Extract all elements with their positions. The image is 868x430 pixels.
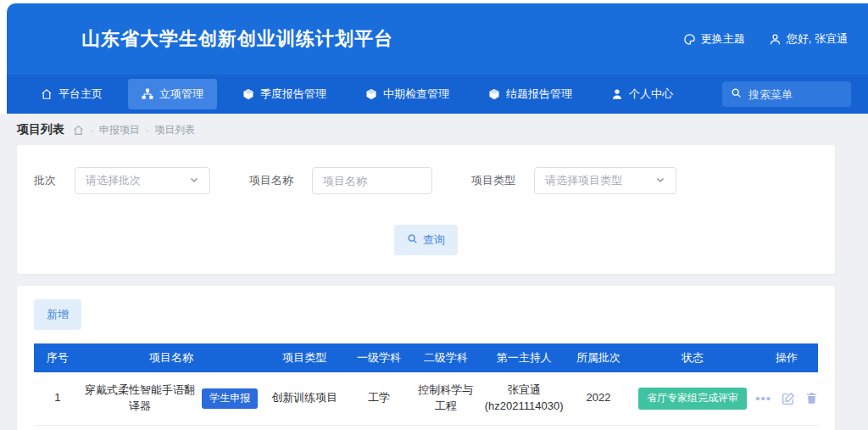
top-chrome: 山东省大学生创新创业训练计划平台 更换主题 您好, 张宜通 bbox=[0, 0, 868, 114]
search-icon bbox=[731, 87, 742, 101]
main-nav: 平台主页 立项管理 季度报告管理 bbox=[7, 75, 868, 114]
batch: 2022 bbox=[567, 372, 630, 425]
table-row: 1 穿戴式柔性智能手语翻译器 学生申报 创新训练项目 工学 控制科学与工程 张宜… bbox=[34, 372, 818, 425]
row-index: 2 bbox=[34, 425, 81, 430]
nav-item-final-report[interactable]: 结题报告管理 bbox=[475, 79, 586, 109]
batch-select[interactable]: 请选择批次 bbox=[75, 167, 210, 194]
menu-search-input[interactable] bbox=[748, 88, 833, 101]
discipline-level2: 控制科学与工程 bbox=[410, 425, 481, 430]
row-index: 1 bbox=[34, 372, 81, 425]
page-title: 项目列表 bbox=[17, 122, 64, 137]
status-badge: 省厅专家组完成评审 bbox=[638, 388, 747, 409]
filter-panel: 批次 请选择批次 项目名称 项目类型 请选择项目类型 bbox=[17, 145, 835, 274]
nav-item-quarterly-report[interactable]: 季度报告管理 bbox=[229, 79, 340, 109]
query-button[interactable]: 查询 bbox=[394, 225, 458, 255]
chevron-down-icon bbox=[655, 175, 665, 187]
table-row: 2 基于灵动MMF5270的穿戴式柔性智能手语翻译器 学生申报 创新训练项目 工… bbox=[34, 425, 818, 430]
home-icon bbox=[41, 88, 53, 100]
project-table: 序号 项目名称 项目类型 一级学科 二级学科 第一主持人 所属批次 状态 操作 … bbox=[34, 343, 818, 430]
nav-item-midterm-check[interactable]: 中期检查管理 bbox=[352, 79, 463, 109]
more-actions-icon[interactable]: ••• bbox=[755, 394, 771, 403]
user-greeting[interactable]: 您好, 张宜通 bbox=[769, 31, 848, 47]
project-type-select[interactable]: 请选择项目类型 bbox=[534, 167, 676, 194]
table-header-row: 序号 项目名称 项目类型 一级学科 二级学科 第一主持人 所属批次 状态 操作 bbox=[34, 343, 818, 372]
discipline-level1: 工学 bbox=[348, 425, 410, 430]
app-header: 山东省大学生创新创业训练计划平台 更换主题 您好, 张宜通 bbox=[7, 3, 868, 75]
chevron-down-icon bbox=[189, 175, 199, 187]
user-icon bbox=[611, 88, 623, 100]
theme-palette-icon bbox=[683, 33, 696, 46]
nav-item-platform-home[interactable]: 平台主页 bbox=[27, 79, 116, 109]
project-name: 穿戴式柔性智能手语翻译器 bbox=[85, 383, 196, 415]
batch: 2023 bbox=[567, 425, 630, 430]
search-icon bbox=[407, 233, 418, 247]
declare-type-badge: 学生申报 bbox=[202, 388, 258, 408]
project-name-input[interactable] bbox=[312, 167, 432, 194]
project-type: 创新训练项目 bbox=[261, 425, 348, 430]
breadcrumb: 项目列表 - 申报项目 - 项目列表 bbox=[0, 114, 868, 145]
discipline-level1: 工学 bbox=[348, 372, 410, 425]
cube-icon bbox=[242, 88, 254, 100]
project-leader: 张宜通 (hz2021114030) bbox=[481, 425, 567, 430]
delete-icon[interactable] bbox=[805, 392, 818, 405]
menu-search-box[interactable] bbox=[722, 81, 851, 107]
project-name-label: 项目名称 bbox=[249, 173, 293, 188]
batch-label: 批次 bbox=[34, 173, 56, 188]
cube-icon bbox=[488, 88, 500, 100]
cube-icon bbox=[365, 88, 377, 100]
app-title: 山东省大学生创新创业训练计划平台 bbox=[81, 26, 393, 52]
project-type-label: 项目类型 bbox=[471, 173, 515, 188]
nav-item-project-approval[interactable]: 立项管理 bbox=[128, 79, 217, 109]
discipline-level2: 控制科学与工程 bbox=[410, 372, 481, 425]
nav-item-personal-center[interactable]: 个人中心 bbox=[598, 79, 687, 109]
change-theme-button[interactable]: 更换主题 bbox=[683, 31, 745, 47]
project-type: 创新训练项目 bbox=[261, 372, 348, 425]
sitemap-icon bbox=[142, 88, 153, 100]
breadcrumb-item-declare-project[interactable]: 申报项目 bbox=[99, 123, 140, 137]
user-icon bbox=[769, 33, 782, 46]
project-table-panel: 新增 序号 项目名称 项目类型 一级学科 二级学科 第一主持人 所属批次 状态 … bbox=[17, 286, 835, 430]
breadcrumb-home-icon[interactable] bbox=[73, 125, 84, 136]
breadcrumb-item-project-list: 项目列表 bbox=[154, 123, 195, 137]
project-leader: 张宜通 (hz2021114030) bbox=[481, 372, 567, 425]
add-button[interactable]: 新增 bbox=[34, 299, 81, 330]
edit-icon[interactable] bbox=[782, 392, 795, 405]
